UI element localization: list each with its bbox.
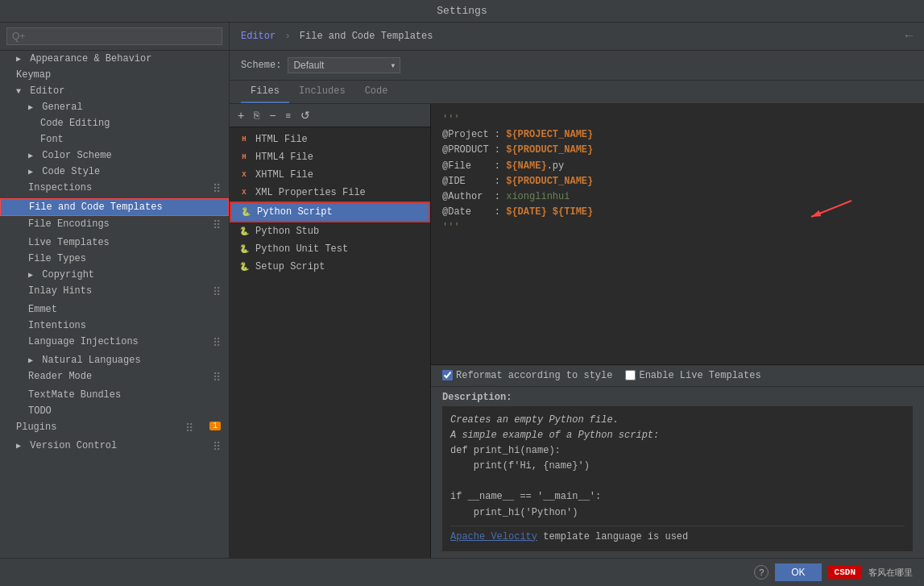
sidebar-item-todo[interactable]: TODO [0, 403, 229, 419]
code-panel: ''' @Project : ${PROJECT_NAME} @PRODUCT … [431, 104, 924, 558]
tab-code[interactable]: Code [355, 81, 398, 103]
desc-line-7: print_hi('Python') [450, 505, 905, 521]
python-icon: 🐍 [239, 206, 252, 218]
breadcrumb-part-1: Editor [241, 31, 276, 42]
file-list-panel: + ⎘ − ≡ ↺ H HTML File H HTML4 File [230, 104, 431, 558]
sidebar-item-keymap[interactable]: Keymap [0, 67, 229, 83]
code-line-6: @Author : xionglinhui [442, 189, 913, 205]
desc-line-4: print(f'Hi, {name}') [450, 459, 905, 474]
sidebar-item-emmet[interactable]: Emmet [0, 301, 229, 318]
code-line-2: @Project : ${PROJECT_NAME} [442, 127, 913, 143]
sidebar-item-copyright[interactable]: ▶ Copyright [0, 267, 229, 283]
file-item-setup-script[interactable]: 🐍 Setup Script [230, 258, 430, 276]
bottom-controls: Reformat according to style Enable Live … [431, 364, 924, 386]
tab-files[interactable]: Files [241, 81, 289, 103]
sidebar-item-general[interactable]: ▶ General [0, 99, 229, 115]
sidebar-item-label: Plugins [16, 422, 56, 433]
file-item-python-script[interactable]: 🐍 Python Script [230, 202, 430, 222]
sidebar-item-label: File Types [28, 253, 86, 264]
live-templates-checkbox-label[interactable]: Enable Live Templates [625, 370, 760, 381]
sidebar-item-label: Version Control [30, 440, 117, 451]
move-button[interactable]: ≡ [282, 109, 293, 122]
footer: ? OK CSDN 客风在哪里 [0, 558, 924, 586]
scheme-select[interactable]: Default Project [288, 57, 400, 73]
sidebar-item-label: Emmet [28, 304, 57, 315]
settings-dot: ⠿ [213, 182, 221, 196]
sidebar-item-label: Appearance & Behavior [30, 53, 151, 64]
description-panel: Description: Creates an empty Python fil… [431, 386, 924, 559]
settings-dot: ⠿ [213, 285, 221, 299]
apache-velocity-link[interactable]: Apache Velocity [450, 531, 537, 542]
live-templates-label: Enable Live Templates [639, 370, 760, 381]
code-line-8: ''' [442, 220, 913, 235]
user-label: 客风在哪里 [868, 567, 913, 579]
tab-includes[interactable]: Includes [289, 81, 355, 103]
sidebar-item-label: Code Style [42, 166, 100, 177]
sidebar-item-editor[interactable]: ▼ Editor [0, 83, 229, 99]
sidebar-item-reader-mode[interactable]: Reader Mode ⠿ [0, 368, 229, 387]
code-editor[interactable]: ''' @Project : ${PROJECT_NAME} @PRODUCT … [431, 104, 924, 364]
sidebar-item-label: Natural Languages [42, 355, 140, 366]
sidebar-item-file-types[interactable]: File Types [0, 251, 229, 267]
sidebar-item-version-control[interactable]: ▶ Version Control ⠿ [0, 438, 229, 456]
file-item-python-unit-test[interactable]: 🐍 Python Unit Test [230, 240, 430, 258]
sidebar-item-textmate-bundles[interactable]: TextMate Bundles [0, 387, 229, 403]
desc-footer-text: template language is used [543, 531, 688, 542]
python-stub-icon: 🐍 [238, 225, 251, 238]
expand-arrow: ▶ [16, 55, 21, 64]
file-item-xhtml[interactable]: X XHTML File [230, 166, 430, 184]
sidebar-item-code-style[interactable]: ▶ Code Style [0, 164, 229, 180]
sidebar-item-label: Color Scheme [42, 150, 111, 161]
code-line-4: @File : ${NAME}.py [442, 159, 913, 174]
back-button[interactable]: ← [905, 29, 913, 44]
split-pane: + ⎘ − ≡ ↺ H HTML File H HTML4 File [230, 104, 924, 558]
file-item-label: HTML File [255, 134, 308, 145]
file-item-html4[interactable]: H HTML4 File [230, 148, 430, 166]
file-item-python-stub[interactable]: 🐍 Python Stub [230, 222, 430, 240]
live-templates-checkbox[interactable] [625, 370, 636, 380]
sidebar-item-inlay-hints[interactable]: Inlay Hints ⠿ [0, 283, 229, 301]
add-button[interactable]: + [234, 107, 247, 123]
setup-script-icon: 🐍 [238, 260, 251, 273]
remove-button[interactable]: − [266, 107, 279, 123]
sidebar-item-plugins[interactable]: Plugins 1 ⠿ [0, 419, 229, 438]
file-list-toolbar: + ⎘ − ≡ ↺ [230, 104, 430, 127]
expand-arrow: ▶ [28, 271, 33, 280]
sidebar-item-file-encodings[interactable]: File Encodings ⠿ [0, 216, 229, 235]
file-item-html[interactable]: H HTML File [230, 131, 430, 148]
sidebar-item-color-scheme[interactable]: ▶ Color Scheme [0, 148, 229, 164]
help-button[interactable]: ? [754, 565, 769, 580]
sidebar-item-file-and-code-templates[interactable]: File and Code Templates [0, 198, 229, 216]
sidebar-item-label: Code Editing [40, 118, 110, 129]
plugin-badge: 1 [209, 422, 221, 430]
ok-button[interactable]: OK [775, 563, 821, 581]
reformat-checkbox-label[interactable]: Reformat according to style [442, 370, 612, 381]
search-input[interactable] [6, 27, 222, 45]
sidebar-item-intentions[interactable]: Intentions [0, 318, 229, 334]
reformat-checkbox[interactable] [442, 370, 453, 380]
sidebar-item-label: Keymap [16, 69, 51, 81]
sidebar-item-live-templates[interactable]: Live Templates [0, 235, 229, 251]
sidebar-item-appearance[interactable]: ▶ Appearance & Behavior [0, 51, 229, 67]
sidebar-item-label: Inspections [28, 182, 92, 193]
reformat-label: Reformat according to style [456, 370, 612, 381]
sidebar-item-language-injections[interactable]: Language Injections ⠿ [0, 334, 229, 352]
sidebar-item-label: Live Templates [28, 237, 110, 248]
python-test-icon: 🐍 [238, 243, 251, 256]
undo-button[interactable]: ↺ [297, 107, 313, 123]
code-line-7: @Date : ${DATE} ${TIME} [442, 205, 913, 220]
copy-button[interactable]: ⎘ [251, 108, 263, 123]
sidebar-item-label: TextMate Bundles [28, 389, 121, 401]
settings-dot: ⠿ [185, 422, 193, 435]
xhtml-icon: X [238, 168, 251, 181]
settings-dot: ⠿ [213, 336, 221, 350]
settings-dot: ⠿ [213, 218, 221, 232]
sidebar-item-label: Intentions [28, 320, 86, 331]
file-item-xml-properties[interactable]: X XML Properties File [230, 184, 430, 202]
sidebar-item-label: Font [40, 134, 64, 145]
sidebar-item-code-editing[interactable]: Code Editing [0, 115, 229, 131]
html4-icon: H [238, 151, 251, 164]
sidebar-item-natural-languages[interactable]: ▶ Natural Languages [0, 352, 229, 368]
sidebar-item-font[interactable]: Font [0, 131, 229, 148]
sidebar-item-inspections[interactable]: Inspections ⠿ [0, 180, 229, 198]
